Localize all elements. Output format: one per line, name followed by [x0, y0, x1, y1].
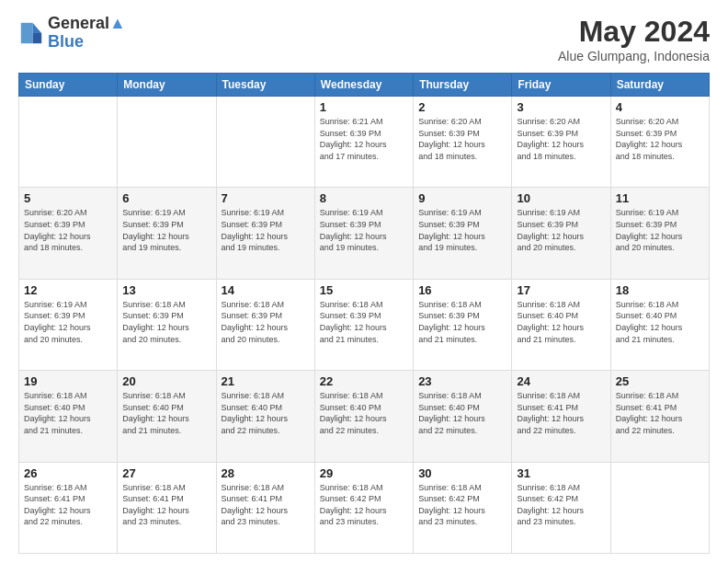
day-number: 4	[616, 100, 704, 114]
calendar-cell: 15Sunrise: 6:18 AM Sunset: 6:39 PM Dayli…	[314, 279, 413, 370]
cell-info: Sunrise: 6:19 AM Sunset: 6:39 PM Dayligh…	[24, 299, 112, 345]
cell-info: Sunrise: 6:18 AM Sunset: 6:41 PM Dayligh…	[122, 482, 210, 528]
cell-info: Sunrise: 6:18 AM Sunset: 6:42 PM Dayligh…	[320, 482, 408, 528]
cell-info: Sunrise: 6:20 AM Sunset: 6:39 PM Dayligh…	[418, 116, 506, 162]
calendar-cell: 26Sunrise: 6:18 AM Sunset: 6:41 PM Dayli…	[19, 462, 118, 553]
calendar-cell: 4Sunrise: 6:20 AM Sunset: 6:39 PM Daylig…	[610, 97, 709, 188]
cell-info: Sunrise: 6:18 AM Sunset: 6:41 PM Dayligh…	[222, 482, 310, 528]
calendar-cell: 2Sunrise: 6:20 AM Sunset: 6:39 PM Daylig…	[414, 97, 512, 188]
day-number: 12	[24, 283, 112, 297]
day-number: 16	[418, 283, 506, 297]
day-number: 29	[320, 466, 408, 480]
day-number: 21	[222, 374, 310, 388]
header: General▲ Blue May 2024 Alue Glumpang, In…	[18, 15, 710, 63]
calendar-cell: 27Sunrise: 6:18 AM Sunset: 6:41 PM Dayli…	[118, 462, 216, 553]
cell-info: Sunrise: 6:18 AM Sunset: 6:39 PM Dayligh…	[222, 299, 310, 345]
svg-marker-0	[32, 23, 41, 33]
calendar-cell: 31Sunrise: 6:18 AM Sunset: 6:42 PM Dayli…	[512, 462, 610, 553]
week-row-2: 12Sunrise: 6:19 AM Sunset: 6:39 PM Dayli…	[19, 279, 710, 370]
day-number: 28	[222, 466, 310, 480]
cell-info: Sunrise: 6:19 AM Sunset: 6:39 PM Dayligh…	[418, 207, 506, 253]
day-number: 25	[616, 374, 704, 388]
week-row-1: 5Sunrise: 6:20 AM Sunset: 6:39 PM Daylig…	[19, 188, 710, 279]
calendar-cell: 22Sunrise: 6:18 AM Sunset: 6:40 PM Dayli…	[314, 371, 413, 462]
day-number: 31	[517, 466, 605, 480]
day-number: 13	[122, 283, 210, 297]
cell-info: Sunrise: 6:18 AM Sunset: 6:40 PM Dayligh…	[122, 390, 210, 436]
day-number: 24	[517, 374, 605, 388]
day-number: 22	[320, 374, 408, 388]
cell-info: Sunrise: 6:18 AM Sunset: 6:40 PM Dayligh…	[24, 390, 112, 436]
day-number: 30	[418, 466, 506, 480]
week-row-4: 26Sunrise: 6:18 AM Sunset: 6:41 PM Dayli…	[19, 462, 710, 553]
cell-info: Sunrise: 6:18 AM Sunset: 6:42 PM Dayligh…	[418, 482, 506, 528]
calendar-cell: 7Sunrise: 6:19 AM Sunset: 6:39 PM Daylig…	[216, 188, 314, 279]
calendar-cell: 18Sunrise: 6:18 AM Sunset: 6:40 PM Dayli…	[610, 279, 709, 370]
calendar-cell: 5Sunrise: 6:20 AM Sunset: 6:39 PM Daylig…	[19, 188, 118, 279]
day-number: 20	[122, 374, 210, 388]
day-number: 26	[24, 466, 112, 480]
cell-info: Sunrise: 6:19 AM Sunset: 6:39 PM Dayligh…	[320, 207, 408, 253]
calendar-cell: 23Sunrise: 6:18 AM Sunset: 6:40 PM Dayli…	[414, 371, 512, 462]
week-row-3: 19Sunrise: 6:18 AM Sunset: 6:40 PM Dayli…	[19, 371, 710, 462]
day-number: 23	[418, 374, 506, 388]
col-header-thursday: Thursday	[414, 74, 512, 97]
calendar-cell: 14Sunrise: 6:18 AM Sunset: 6:39 PM Dayli…	[216, 279, 314, 370]
location: Alue Glumpang, Indonesia	[558, 49, 710, 63]
page: General▲ Blue May 2024 Alue Glumpang, In…	[0, 0, 728, 563]
calendar-cell: 25Sunrise: 6:18 AM Sunset: 6:41 PM Dayli…	[610, 371, 709, 462]
col-header-friday: Friday	[512, 74, 610, 97]
calendar-cell: 29Sunrise: 6:18 AM Sunset: 6:42 PM Dayli…	[314, 462, 413, 553]
calendar-cell: 16Sunrise: 6:18 AM Sunset: 6:39 PM Dayli…	[414, 279, 512, 370]
calendar-cell: 17Sunrise: 6:18 AM Sunset: 6:40 PM Dayli…	[512, 279, 610, 370]
cell-info: Sunrise: 6:19 AM Sunset: 6:39 PM Dayligh…	[517, 207, 605, 253]
calendar-table: SundayMondayTuesdayWednesdayThursdayFrid…	[18, 73, 710, 554]
day-number: 27	[122, 466, 210, 480]
calendar-cell: 9Sunrise: 6:19 AM Sunset: 6:39 PM Daylig…	[414, 188, 512, 279]
col-header-tuesday: Tuesday	[216, 74, 314, 97]
cell-info: Sunrise: 6:20 AM Sunset: 6:39 PM Dayligh…	[616, 116, 704, 162]
calendar-cell: 19Sunrise: 6:18 AM Sunset: 6:40 PM Dayli…	[19, 371, 118, 462]
logo: General▲ Blue	[18, 15, 126, 52]
col-header-sunday: Sunday	[19, 74, 118, 97]
calendar-cell: 1Sunrise: 6:21 AM Sunset: 6:39 PM Daylig…	[314, 97, 413, 188]
cell-info: Sunrise: 6:18 AM Sunset: 6:41 PM Dayligh…	[616, 390, 704, 436]
calendar-cell: 20Sunrise: 6:18 AM Sunset: 6:40 PM Dayli…	[118, 371, 216, 462]
day-number: 2	[418, 100, 506, 114]
calendar-cell: 11Sunrise: 6:19 AM Sunset: 6:39 PM Dayli…	[610, 188, 709, 279]
day-number: 18	[616, 283, 704, 297]
day-number: 5	[24, 191, 112, 205]
day-number: 17	[517, 283, 605, 297]
calendar-cell: 13Sunrise: 6:18 AM Sunset: 6:39 PM Dayli…	[118, 279, 216, 370]
day-number: 3	[517, 100, 605, 114]
calendar-cell: 28Sunrise: 6:18 AM Sunset: 6:41 PM Dayli…	[216, 462, 314, 553]
calendar-cell: 3Sunrise: 6:20 AM Sunset: 6:39 PM Daylig…	[512, 97, 610, 188]
day-number: 9	[418, 191, 506, 205]
calendar-cell: 6Sunrise: 6:19 AM Sunset: 6:39 PM Daylig…	[118, 188, 216, 279]
cell-info: Sunrise: 6:21 AM Sunset: 6:39 PM Dayligh…	[320, 116, 408, 162]
cell-info: Sunrise: 6:20 AM Sunset: 6:39 PM Dayligh…	[24, 207, 112, 253]
svg-marker-1	[32, 33, 41, 43]
header-row: SundayMondayTuesdayWednesdayThursdayFrid…	[19, 74, 710, 97]
calendar-cell: 24Sunrise: 6:18 AM Sunset: 6:41 PM Dayli…	[512, 371, 610, 462]
cell-info: Sunrise: 6:18 AM Sunset: 6:39 PM Dayligh…	[418, 299, 506, 345]
logo-icon	[18, 20, 44, 46]
cell-info: Sunrise: 6:18 AM Sunset: 6:40 PM Dayligh…	[320, 390, 408, 436]
day-number: 15	[320, 283, 408, 297]
cell-info: Sunrise: 6:18 AM Sunset: 6:41 PM Dayligh…	[24, 482, 112, 528]
cell-info: Sunrise: 6:18 AM Sunset: 6:42 PM Dayligh…	[517, 482, 605, 528]
month-year: May 2024	[558, 15, 710, 49]
calendar-cell	[610, 462, 709, 553]
day-number: 8	[320, 191, 408, 205]
cell-info: Sunrise: 6:19 AM Sunset: 6:39 PM Dayligh…	[122, 207, 210, 253]
week-row-0: 1Sunrise: 6:21 AM Sunset: 6:39 PM Daylig…	[19, 97, 710, 188]
cell-info: Sunrise: 6:18 AM Sunset: 6:40 PM Dayligh…	[517, 299, 605, 345]
cell-info: Sunrise: 6:18 AM Sunset: 6:39 PM Dayligh…	[320, 299, 408, 345]
calendar-cell: 8Sunrise: 6:19 AM Sunset: 6:39 PM Daylig…	[314, 188, 413, 279]
cell-info: Sunrise: 6:19 AM Sunset: 6:39 PM Dayligh…	[222, 207, 310, 253]
day-number: 7	[222, 191, 310, 205]
calendar-cell: 10Sunrise: 6:19 AM Sunset: 6:39 PM Dayli…	[512, 188, 610, 279]
col-header-monday: Monday	[118, 74, 216, 97]
cell-info: Sunrise: 6:18 AM Sunset: 6:40 PM Dayligh…	[418, 390, 506, 436]
calendar-cell	[118, 97, 216, 188]
